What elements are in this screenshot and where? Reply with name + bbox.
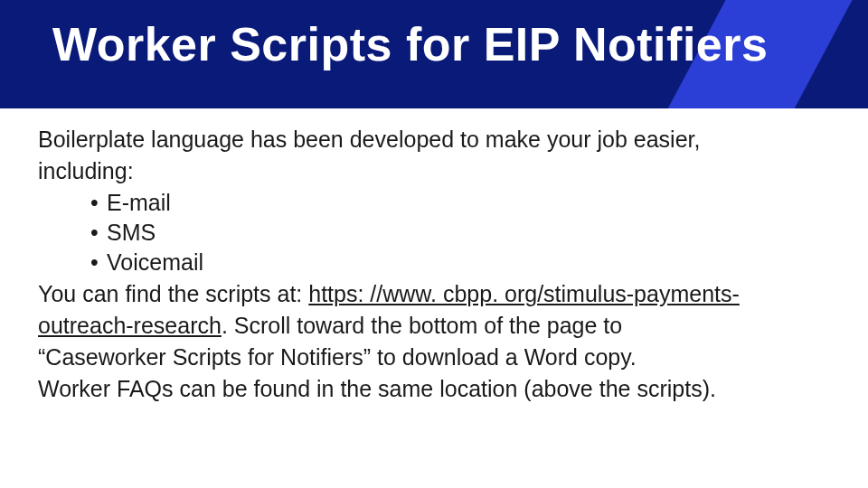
scripts-link-part1[interactable]: https: //www. cbpp. org/stimulus-payment…	[308, 281, 740, 306]
find-scripts-line-1: You can find the scripts at: https: //ww…	[38, 279, 830, 309]
intro-line-1: Boilerplate language has been developed …	[38, 125, 830, 155]
scripts-link-part2[interactable]: outreach-research	[38, 313, 222, 338]
slide-title: Worker Scripts for EIP Notifiers	[52, 20, 768, 70]
list-item: • SMS	[90, 218, 830, 248]
find-scripts-line-2: outreach-research. Scroll toward the bot…	[38, 311, 830, 341]
bullet-list: • E-mail • SMS • Voicemail	[90, 188, 830, 277]
after-link-1: . Scroll toward the bottom of the page t…	[222, 313, 622, 338]
bullet-label: E-mail	[107, 188, 171, 218]
intro-line-2: including:	[38, 156, 830, 186]
list-item: • Voicemail	[90, 248, 830, 277]
slide-body: Boilerplate language has been developed …	[38, 125, 830, 406]
title-bar: Worker Scripts for EIP Notifiers	[0, 0, 868, 108]
bullet-dot-icon: •	[90, 188, 107, 218]
list-item: • E-mail	[90, 188, 830, 218]
bullet-dot-icon: •	[90, 248, 107, 277]
faq-line: Worker FAQs can be found in the same loc…	[38, 374, 830, 404]
bullet-dot-icon: •	[90, 218, 107, 248]
bullet-label: Voicemail	[107, 248, 203, 277]
slide: Worker Scripts for EIP Notifiers Boilerp…	[0, 0, 868, 488]
after-link-2: “Caseworker Scripts for Notifiers” to do…	[38, 343, 830, 372]
find-prefix: You can find the scripts at:	[38, 281, 308, 306]
bullet-label: SMS	[107, 218, 156, 248]
